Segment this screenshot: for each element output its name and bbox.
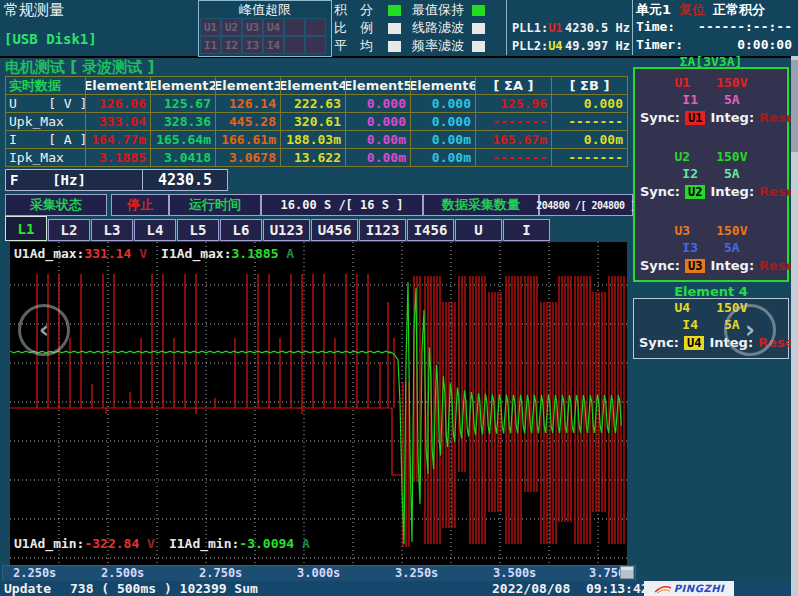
logo-text: PINGZHI [674, 583, 724, 594]
tab-I[interactable]: I [503, 219, 550, 241]
table-value: ------- [476, 113, 552, 131]
integ-reset-status: 复位 [679, 2, 705, 17]
indicator-off [472, 23, 485, 34]
pll-value: 49.997 Hz [565, 39, 630, 53]
vertical-scrollbar[interactable] [791, 56, 798, 596]
tab-U123[interactable]: U123 [263, 219, 310, 241]
sync-badge-U3[interactable]: U3 [685, 259, 705, 273]
peak-cell-I4: I4 [263, 36, 284, 54]
tab-L3[interactable]: L3 [91, 219, 133, 241]
voltage-channel: U2150V [635, 149, 787, 166]
acquisition-stop-button[interactable]: 停止 [111, 194, 169, 216]
x-tick-label: 2.250s [13, 566, 56, 580]
voltage-channel: U3150V [635, 223, 787, 240]
table-value: 0.00m [552, 131, 628, 149]
tab-L1[interactable]: L1 [5, 216, 47, 241]
peak-cell-U3: U3 [242, 18, 263, 36]
peak-cell-empty [284, 18, 305, 36]
tab-L4[interactable]: L4 [134, 219, 176, 241]
pll-panel: PLL1:U14230.5 HzPLL2:U449.997 Hz [512, 19, 630, 55]
integ-mode-char: 例 [360, 19, 386, 37]
integ-mode-char: 平 [334, 37, 360, 55]
wiring-group-element1: U1150VI15ASync:U1Integ:Reset [635, 75, 787, 126]
sigma-wiring-panel: U1150VI15ASync:U1Integ:ResetU2150VI25ASy… [633, 67, 789, 282]
voltage-channel-name: U1 [675, 75, 691, 92]
time-value: ------:--:-- [698, 19, 792, 37]
table-value: 0.00m [411, 149, 476, 167]
tab-L5[interactable]: L5 [177, 219, 219, 241]
table-value: 320.61 [281, 113, 346, 131]
peak-cell-I2: I2 [221, 36, 242, 54]
integ-label: Integ: [710, 110, 754, 125]
table-value: 3.0678 [216, 149, 281, 167]
tab-I123[interactable]: I123 [359, 219, 406, 241]
current-channel-name: I3 [682, 240, 698, 257]
table-value: 164.77m [86, 131, 151, 149]
sync-badge-U1[interactable]: U1 [685, 111, 705, 125]
indicator-on [472, 5, 485, 16]
row-label: Upk_Max [6, 113, 86, 131]
umin-unit: V [139, 536, 155, 551]
power-analyzer-screen: 常规测量 [USB Disk1] 峰值超限 U1U2U3U4I1I2I3I4 积… [0, 0, 798, 596]
sync-label: Sync: [640, 184, 680, 199]
peak-cell-I3: I3 [242, 36, 263, 54]
tab-U456[interactable]: U456 [311, 219, 358, 241]
umin-label: U1Ad_min: [14, 536, 84, 551]
integ-label: Integ: [710, 258, 754, 273]
table-value: 445.28 [216, 113, 281, 131]
tab-L6[interactable]: L6 [220, 219, 262, 241]
waveform-channel-tabs: L1L2L3L4L5L6U123U456I123I456UI [5, 217, 550, 241]
indicator-off [388, 41, 401, 52]
row-label: Ipk_Max [6, 149, 86, 167]
imin-value: -3.0094 [239, 536, 294, 551]
runtime-value: 16.00 S /[ 16 S ] [261, 194, 423, 216]
integ-state-label: 正常积分 [713, 2, 765, 17]
integrator-unit-panel: 单元1复位正常积分 Time: ------:--:-- Timer: 0:00… [636, 1, 792, 55]
tab-I456[interactable]: I456 [407, 219, 454, 241]
current-channel-range: 5A [724, 92, 740, 109]
table-value: 126.06 [86, 95, 151, 113]
table-corner-label: 实时数据 [6, 77, 86, 95]
tab-U[interactable]: U [455, 219, 502, 241]
peak-cell-U1: U1 [200, 18, 221, 36]
table-value: 0.00m [411, 131, 476, 149]
peak-cell-U2: U2 [221, 18, 242, 36]
imin-unit: A [294, 536, 310, 551]
sync-label: Sync: [640, 110, 680, 125]
current-channel-name: I4 [682, 317, 698, 334]
table-value: 0.000 [346, 113, 411, 131]
sync-integ-row: Sync:U3Integ:Reset [635, 257, 787, 274]
waveform-max-readouts: U1Ad_max:331.14 VI1Ad_max:3.1885 A [14, 246, 294, 261]
scrollbar-thumb[interactable] [791, 60, 798, 152]
voltage-channel-name: U2 [675, 149, 691, 166]
voltage-channel-range: 150V [716, 75, 747, 92]
chevron-left-icon: ‹ [39, 316, 49, 344]
tab-L2[interactable]: L2 [48, 219, 90, 241]
time-axis: 2.250s2.500s2.750s3.000s3.250s3.500s3.75… [2, 565, 636, 582]
top-status-bar: 常规测量 [USB Disk1] 峰值超限 U1U2U3U4I1I2I3I4 积… [0, 0, 798, 58]
time-row: Time: ------:--:-- [636, 19, 792, 37]
x-tick-label: 3.250s [395, 566, 438, 580]
scroll-left-button[interactable]: ‹ [18, 304, 70, 356]
waveform-min-readouts: U1Ad_min:-322.84 VI1Ad_min:-3.0094 A [14, 536, 310, 551]
umax-label: U1Ad_max: [14, 246, 84, 261]
column-header-B: [ ΣB ] [552, 77, 628, 95]
update-value: 738 ( 500ms ) 102399 Sum [70, 581, 258, 596]
scroll-right-button[interactable]: › [724, 304, 776, 356]
sample-count-label: 数据采集数量 [423, 194, 539, 216]
hold-filter-label: 频率滤波 [412, 37, 470, 55]
table-value: ------- [552, 113, 628, 131]
sync-badge-U4[interactable]: U4 [684, 336, 704, 350]
sync-badge-U2[interactable]: U2 [685, 185, 705, 199]
logo-swoosh-icon [654, 584, 672, 594]
current-channel: I25A [635, 166, 787, 183]
peak-cell-U4: U4 [263, 18, 284, 36]
integ-label: Integ: [710, 184, 754, 199]
table-value: 328.36 [151, 113, 216, 131]
integ-mode-row: 平均 [334, 37, 410, 55]
separator [632, 0, 633, 55]
umax-unit: V [131, 246, 147, 261]
time-label: Time: [636, 19, 675, 37]
x-tick-label: 2.750s [199, 566, 242, 580]
table-value: 0.000 [411, 113, 476, 131]
